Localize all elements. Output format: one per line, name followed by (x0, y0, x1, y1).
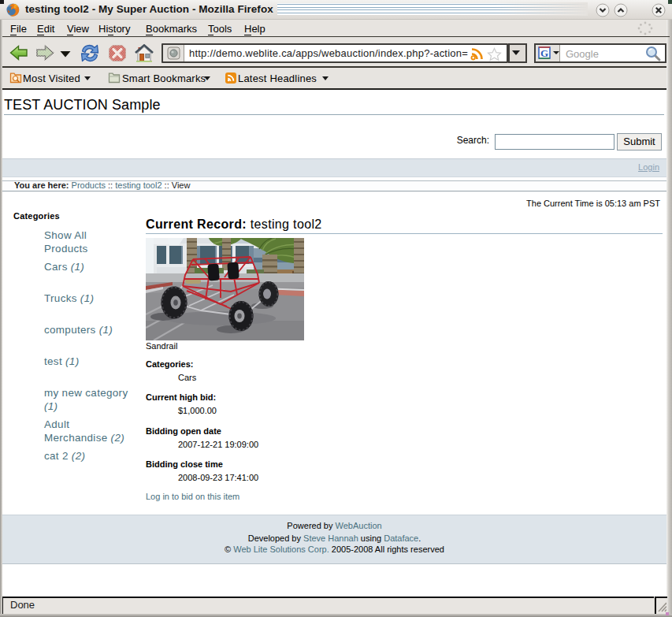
svg-text:G: G (540, 47, 548, 59)
